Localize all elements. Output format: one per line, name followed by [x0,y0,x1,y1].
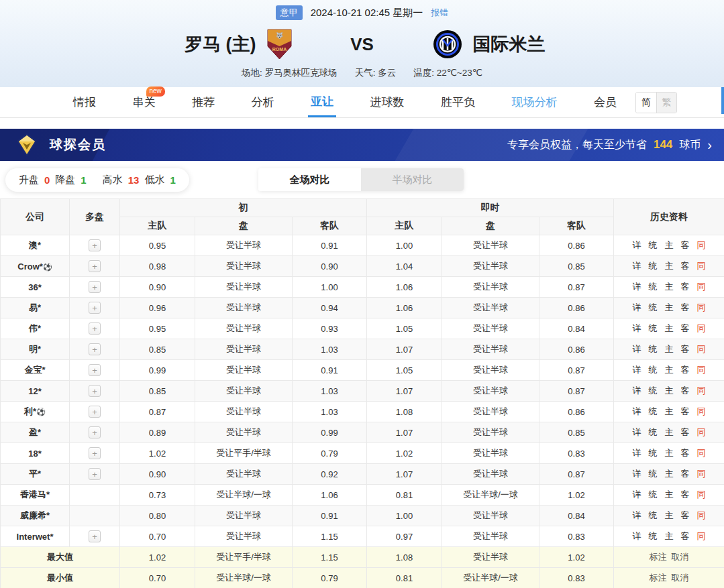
history-link-0[interactable]: 详 [633,281,641,293]
history-link-4[interactable]: 同 [697,426,706,438]
expand-plus-button[interactable]: + [89,426,101,438]
history-link-4[interactable]: 同 [697,468,706,480]
history-link-1[interactable]: 统 [649,239,658,251]
history-link-0[interactable]: 详 [633,322,641,335]
history-link-1[interactable]: 统 [649,406,658,418]
history-link-4[interactable]: 同 [697,489,706,501]
history-link-1[interactable]: 统 [649,281,658,293]
history-link-2[interactable]: 主 [665,343,674,355]
history-link-1[interactable]: 统 [649,322,658,335]
history-link-2[interactable]: 主 [665,302,674,314]
expand-plus-button[interactable]: + [89,530,101,542]
history-link-2[interactable]: 主 [665,281,674,293]
history-link-4[interactable]: 同 [697,260,706,272]
history-link-0[interactable]: 详 [633,468,641,480]
lang-simplified-button[interactable]: 简 [636,93,656,113]
expand-plus-button[interactable]: + [89,364,101,376]
history-link-0[interactable]: 详 [633,343,641,355]
history-link-3[interactable]: 客 [681,406,690,418]
history-link-1[interactable]: 统 [649,364,658,376]
history-link-4[interactable]: 同 [697,364,706,376]
history-link-0[interactable]: 详 [633,260,641,272]
history-link-2[interactable]: 主 [665,406,674,418]
league-badge[interactable]: 意甲 [276,5,303,20]
history-link-3[interactable]: 客 [681,302,690,314]
history-link-1[interactable]: 统 [649,447,658,459]
history-link-3[interactable]: 客 [681,281,690,293]
history-link-3[interactable]: 客 [681,260,690,272]
history-link-4[interactable]: 同 [697,447,706,459]
history-link-4[interactable]: 同 [697,406,706,418]
history-link-3[interactable]: 客 [681,343,690,355]
history-link-1[interactable]: 统 [649,489,658,501]
history-link-0[interactable]: 详 [633,239,641,251]
report-error-link[interactable]: 报错 [431,7,448,19]
history-link-3[interactable]: 客 [681,322,690,335]
history-link-3[interactable]: 客 [681,489,690,501]
history-link-1[interactable]: 统 [649,468,658,480]
nav-tab-3[interactable]: 分析 [249,87,277,117]
history-link-2[interactable]: 主 [665,530,674,542]
history-link-1[interactable]: 统 [649,426,658,438]
lang-traditional-button[interactable]: 繁 [656,93,676,113]
history-link-2[interactable]: 主 [665,447,674,459]
history-link-3[interactable]: 客 [681,364,690,376]
nav-tab-8[interactable]: 会员 [591,87,619,117]
vip-banner[interactable]: 球探会员 专享会员权益，每天至少节省 144 球币 › [0,129,724,161]
expand-plus-button[interactable]: + [89,385,101,397]
history-link-3[interactable]: 客 [681,510,690,522]
history-link-2[interactable]: 主 [665,489,674,501]
history-link-2[interactable]: 主 [665,260,674,272]
nav-tab-0[interactable]: 情报 [70,87,99,117]
history-link-4[interactable]: 同 [697,343,706,355]
history-link-0[interactable]: 详 [633,530,641,542]
history-link-0[interactable]: 详 [633,510,641,522]
history-link-0[interactable]: 详 [633,447,641,459]
history-link-0[interactable]: 详 [633,385,641,397]
scrollbar-thumb[interactable] [721,87,724,114]
history-link-4[interactable]: 同 [697,322,706,335]
history-link-4[interactable]: 同 [697,510,706,522]
history-link-4[interactable]: 同 [697,385,706,397]
history-link-2[interactable]: 主 [665,322,674,335]
history-link-2[interactable]: 主 [665,468,674,480]
history-link-3[interactable]: 客 [681,426,690,438]
history-link-2[interactable]: 主 [665,426,674,438]
expand-plus-button[interactable]: + [89,343,101,355]
history-link-3[interactable]: 客 [681,239,690,251]
history-link-1[interactable]: 统 [649,302,658,314]
expand-plus-button[interactable]: + [89,447,101,459]
history-link-4[interactable]: 同 [697,530,706,542]
vip-promo[interactable]: 专享会员权益，每天至少节省 144 球币 › [507,138,724,152]
history-link-0[interactable]: 详 [633,302,641,314]
nav-tab-7[interactable]: 现场分析 [509,87,560,117]
history-link-2[interactable]: 主 [665,364,674,376]
expand-plus-button[interactable]: + [89,260,101,272]
nav-tab-5[interactable]: 进球数 [368,87,407,117]
history-link-0[interactable]: 详 [633,364,641,376]
history-link-4[interactable]: 同 [697,281,706,293]
summary-link-0[interactable]: 标注 [650,572,667,584]
history-link-1[interactable]: 统 [649,530,658,542]
history-link-4[interactable]: 同 [697,239,706,251]
nav-tab-4[interactable]: 亚让 [308,87,336,117]
history-link-0[interactable]: 详 [633,489,641,501]
summary-link-1[interactable]: 取消 [672,572,689,584]
summary-link-0[interactable]: 标注 [650,551,667,563]
history-link-2[interactable]: 主 [665,385,674,397]
nav-tab-6[interactable]: 胜平负 [438,87,478,117]
nav-tab-1[interactable]: 串关new [130,87,158,117]
history-link-0[interactable]: 详 [633,406,641,418]
nav-tab-2[interactable]: 推荐 [189,87,217,117]
history-link-1[interactable]: 统 [649,343,658,355]
history-link-1[interactable]: 统 [649,385,658,397]
history-link-0[interactable]: 详 [633,426,641,438]
history-link-1[interactable]: 统 [649,510,658,522]
expand-plus-button[interactable]: + [89,239,101,251]
history-link-3[interactable]: 客 [681,468,690,480]
expand-plus-button[interactable]: + [89,406,101,418]
history-link-4[interactable]: 同 [697,302,706,314]
history-link-2[interactable]: 主 [665,239,674,251]
tab-half-match[interactable]: 半场对比 [361,168,464,191]
tab-full-match[interactable]: 全场对比 [258,168,361,191]
